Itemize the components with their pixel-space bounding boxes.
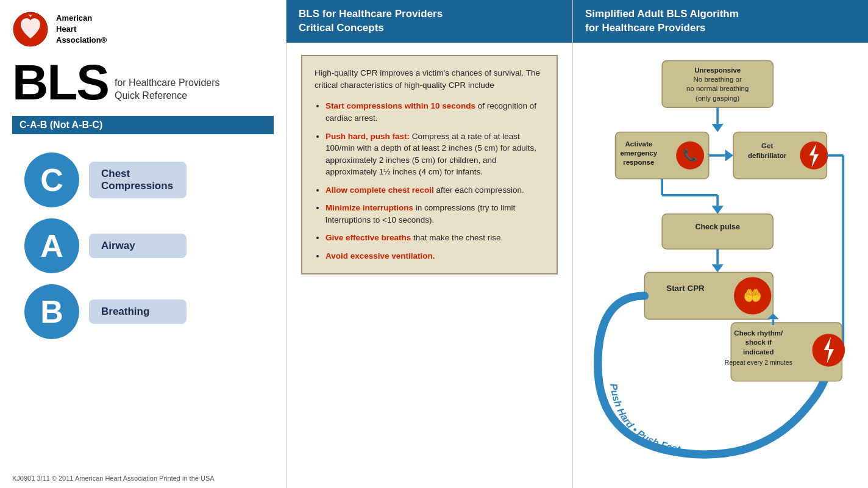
svg-rect-29	[662, 214, 773, 249]
main-container: American Heart Association® BLS for Heal…	[0, 0, 868, 488]
letter-c: C	[40, 164, 63, 196]
algorithm-diagram: Unresponsive No breathing or no normal b…	[585, 55, 856, 476]
list-item: Give effective breaths that make the che…	[326, 232, 544, 244]
cab-label-a: Airway	[89, 234, 187, 258]
cab-label-b: Breathing	[89, 300, 187, 324]
letter-b: B	[40, 296, 63, 328]
svg-text:🤲: 🤲	[743, 285, 763, 304]
svg-text:Start CPR: Start CPR	[666, 284, 705, 293]
right-content: Unresponsive No breathing or no normal b…	[573, 43, 868, 488]
bullet-highlight: Push hard, push fast:	[326, 132, 410, 141]
bullet-highlight: Avoid excessive ventilation.	[326, 251, 435, 260]
svg-marker-28	[712, 206, 724, 214]
bullet-list: Start compressions within 10 seconds of …	[315, 100, 544, 262]
bullet-rest: after each compression.	[436, 185, 524, 195]
middle-header: BLS for Healthcare Providers Critical Co…	[286, 0, 572, 43]
svg-marker-7	[712, 124, 724, 132]
list-item: Minimize interruptions in compressions (…	[326, 202, 544, 226]
svg-marker-15	[725, 149, 733, 161]
right-panel: Simplified Adult BLS Algorithm for Healt…	[573, 0, 868, 488]
list-item: Push hard, push fast: Compress at a rate…	[326, 131, 544, 178]
list-item: Start compressions within 10 seconds of …	[326, 100, 544, 124]
left-panel: American Heart Association® BLS for Heal…	[0, 0, 286, 488]
bls-title-area: BLS for Healthcare Providers Quick Refer…	[12, 57, 274, 107]
list-item: Allow complete chest recoil after each c…	[326, 184, 544, 196]
logo-text: American Heart Association®	[56, 13, 107, 46]
middle-content: High-quality CPR improves a victim's cha…	[286, 43, 572, 488]
svg-text:📞: 📞	[683, 148, 697, 162]
svg-text:Unresponsive: Unresponsive	[694, 66, 741, 74]
svg-text:Get: Get	[761, 142, 773, 149]
bullet-highlight: Minimize interruptions	[326, 203, 413, 212]
list-item: Avoid excessive ventilation.	[326, 250, 544, 262]
svg-text:indicated: indicated	[743, 348, 774, 356]
svg-text:shock if: shock if	[745, 339, 772, 346]
footer-text: KJ0901 3/11 © 2011 American Heart Associ…	[12, 468, 274, 482]
svg-text:emergency: emergency	[620, 149, 657, 157]
svg-text:Activate: Activate	[625, 140, 652, 147]
concepts-box: High-quality CPR improves a victim's cha…	[301, 55, 558, 274]
svg-text:(only gasping): (only gasping)	[695, 95, 739, 102]
intro-text: High-quality CPR improves a victim's cha…	[315, 67, 544, 92]
cab-label-c: ChestCompressions	[89, 162, 187, 198]
svg-text:response: response	[623, 159, 654, 166]
svg-marker-32	[712, 264, 724, 272]
bls-big-text: BLS	[12, 57, 108, 107]
logo-area: American Heart Association®	[12, 11, 274, 48]
bullet-highlight: Give effective breaths	[326, 233, 411, 242]
cab-items: C ChestCompressions A Airway B Breathing	[12, 146, 274, 345]
list-item: C ChestCompressions	[24, 152, 261, 207]
cab-circle-b: B	[24, 284, 79, 339]
aha-logo-icon	[12, 11, 49, 48]
middle-panel: BLS for Healthcare Providers Critical Co…	[286, 0, 573, 488]
svg-text:Repeat every 2 minutes: Repeat every 2 minutes	[725, 359, 792, 366]
cab-circle-c: C	[24, 152, 79, 207]
svg-text:Check pulse: Check pulse	[695, 223, 740, 231]
bullet-rest: that make the chest rise.	[413, 233, 503, 242]
bullet-highlight: Allow complete chest recoil	[326, 185, 434, 195]
svg-text:no normal breathing: no normal breathing	[686, 85, 749, 92]
svg-text:No breathing or: No breathing or	[694, 76, 742, 83]
bullet-highlight: Start compressions within 10 seconds	[326, 101, 475, 110]
svg-text:Check rhythm/: Check rhythm/	[734, 329, 783, 337]
svg-text:defibrillator: defibrillator	[748, 152, 787, 159]
list-item: B Breathing	[24, 284, 261, 339]
right-header: Simplified Adult BLS Algorithm for Healt…	[573, 0, 868, 43]
cab-circle-a: A	[24, 218, 79, 273]
bls-subtitle: for Healthcare Providers Quick Reference	[115, 76, 220, 107]
letter-a: A	[40, 230, 63, 262]
list-item: A Airway	[24, 218, 261, 273]
cab-header: C-A-B (Not A-B-C)	[12, 116, 274, 134]
